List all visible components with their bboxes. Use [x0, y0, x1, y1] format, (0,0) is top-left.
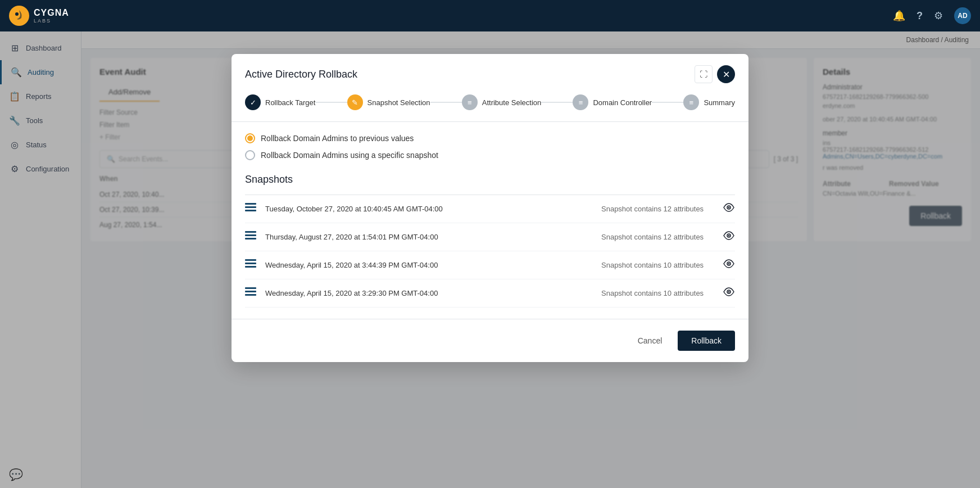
step-label-snapshot-selection: Snapshot Selection: [368, 98, 430, 107]
snapshot-count-2: Snapshot contains 10 attributes: [601, 261, 714, 269]
step-rollback-target: ✓ Rollback Target: [245, 94, 315, 110]
svg-point-11: [728, 235, 730, 237]
step-attribute-selection: ≡ Attribute Selection: [462, 94, 542, 110]
radio-option-specific-snapshot[interactable]: Rollback Domain Admins using a specific …: [245, 150, 735, 160]
svg-rect-8: [245, 234, 256, 236]
snapshot-list-icon-0: [245, 203, 256, 215]
svg-point-0: [13, 10, 25, 21]
svg-rect-7: [245, 231, 256, 233]
step-icon-attribute-selection: ≡: [462, 94, 478, 110]
svg-rect-4: [245, 210, 256, 211]
rollback-button[interactable]: Rollback: [678, 331, 735, 351]
snapshot-eye-icon-2[interactable]: [723, 259, 735, 271]
svg-rect-18: [245, 291, 256, 292]
step-connector-2: [430, 102, 462, 103]
logo-icon: [9, 6, 29, 26]
radio-group: Rollback Domain Admins to previous value…: [245, 133, 735, 160]
snapshot-count-3: Snapshot contains 10 attributes: [601, 289, 714, 297]
step-summary: ≡ Summary: [683, 94, 735, 110]
modal-footer: Cancel Rollback: [232, 319, 748, 362]
radio-label-previous-values: Rollback Domain Admins to previous value…: [261, 134, 414, 143]
modal-header: Active Directory Rollback ⛶ ✕: [232, 54, 748, 83]
bell-icon[interactable]: 🔔: [893, 10, 905, 22]
modal-header-actions: ⛶ ✕: [695, 65, 735, 83]
svg-rect-13: [245, 263, 256, 264]
snapshot-date-1: Thursday, August 27, 2020 at 1:54:01 PM …: [265, 233, 592, 241]
cancel-button[interactable]: Cancel: [629, 332, 672, 350]
step-connector-4: [652, 102, 683, 103]
snapshot-eye-icon-1[interactable]: [723, 231, 735, 243]
top-navigation: CYGNA LABS 🔔 ? ⚙ AD: [0, 0, 980, 31]
avatar[interactable]: AD: [954, 7, 971, 24]
snapshot-date-0: Tuesday, October 27, 2020 at 10:40:45 AM…: [265, 205, 592, 213]
step-label-attribute-selection: Attribute Selection: [482, 98, 542, 107]
step-label-domain-controller: Domain Controller: [593, 98, 652, 107]
snapshot-eye-icon-3[interactable]: [723, 287, 735, 299]
radio-label-specific-snapshot: Rollback Domain Admins using a specific …: [261, 151, 438, 160]
snapshot-list-icon-1: [245, 231, 256, 243]
expand-button[interactable]: ⛶: [695, 65, 713, 83]
svg-point-6: [728, 207, 730, 209]
step-domain-controller: ≡ Domain Controller: [573, 94, 652, 110]
svg-rect-9: [245, 238, 256, 240]
svg-point-21: [728, 291, 730, 293]
modal-title: Active Directory Rollback: [245, 69, 357, 80]
step-snapshot-selection: ✎ Snapshot Selection: [347, 94, 430, 110]
snapshot-count-1: Snapshot contains 12 attributes: [601, 233, 714, 241]
svg-rect-3: [245, 206, 256, 208]
snapshot-row: Thursday, August 27, 2020 at 1:54:01 PM …: [245, 223, 735, 251]
radio-inner-previous: [247, 135, 253, 141]
step-label-rollback-target: Rollback Target: [265, 98, 315, 107]
svg-rect-12: [245, 259, 256, 261]
step-connector-1: [315, 102, 347, 103]
svg-rect-2: [245, 203, 256, 205]
step-icon-rollback-target: ✓: [245, 94, 261, 110]
close-icon: ✕: [723, 69, 730, 80]
svg-rect-17: [245, 287, 256, 289]
logo-name: CYGNA: [34, 8, 69, 18]
expand-icon: ⛶: [700, 70, 707, 79]
snapshot-list-icon-3: [245, 287, 256, 299]
svg-point-1: [15, 12, 19, 16]
snapshot-date-2: Wednesday, April 15, 2020 at 3:44:39 PM …: [265, 261, 592, 269]
snapshot-eye-icon-0[interactable]: [723, 203, 735, 215]
stepper-divider: [232, 121, 748, 122]
radio-outer-specific: [245, 150, 255, 160]
logo-area: CYGNA LABS: [9, 6, 69, 26]
step-icon-snapshot-selection: ✎: [347, 94, 363, 110]
svg-point-16: [728, 263, 730, 265]
snapshots-title: Snapshots: [245, 174, 735, 186]
nav-right-icons: 🔔 ? ⚙ AD: [893, 7, 971, 24]
stepper: ✓ Rollback Target ✎ Snapshot Selection ≡…: [232, 83, 748, 121]
step-connector-3: [541, 102, 573, 103]
snapshot-row: Tuesday, October 27, 2020 at 10:40:45 AM…: [245, 195, 735, 223]
active-directory-rollback-modal: Active Directory Rollback ⛶ ✕ ✓ Rollback…: [232, 54, 748, 362]
step-label-summary: Summary: [704, 98, 735, 107]
modal-body: Rollback Domain Admins to previous value…: [232, 133, 748, 319]
close-button[interactable]: ✕: [717, 65, 735, 83]
logo-subname: LABS: [34, 18, 69, 24]
modal-backdrop: Active Directory Rollback ⛶ ✕ ✓ Rollback…: [0, 31, 980, 488]
help-icon[interactable]: ?: [917, 10, 923, 22]
radio-outer-previous: [245, 133, 255, 143]
step-icon-domain-controller: ≡: [573, 94, 588, 110]
snapshot-count-0: Snapshot contains 12 attributes: [601, 205, 714, 213]
snapshot-date-3: Wednesday, April 15, 2020 at 3:29:30 PM …: [265, 289, 592, 297]
snapshot-row: Wednesday, April 15, 2020 at 3:44:39 PM …: [245, 251, 735, 279]
svg-rect-14: [245, 266, 256, 268]
radio-option-previous-values[interactable]: Rollback Domain Admins to previous value…: [245, 133, 735, 143]
snapshot-list-icon-2: [245, 259, 256, 271]
step-icon-summary: ≡: [683, 94, 699, 110]
settings-icon[interactable]: ⚙: [934, 10, 943, 22]
svg-rect-19: [245, 294, 256, 296]
snapshot-row: Wednesday, April 15, 2020 at 3:29:30 PM …: [245, 279, 735, 308]
